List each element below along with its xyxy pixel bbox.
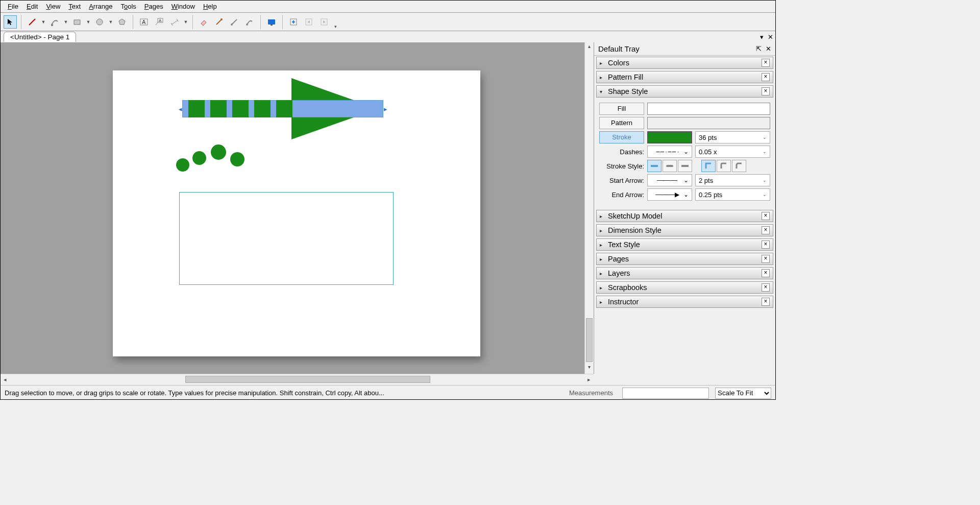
circle-tool-dropdown[interactable]: ▼	[108, 19, 113, 25]
select-tool[interactable]	[4, 15, 17, 29]
svg-point-15	[220, 18, 223, 20]
dimension-tool-dropdown[interactable]: ▼	[183, 19, 188, 25]
panel-close-icon[interactable]: ×	[762, 269, 770, 277]
circle-shape[interactable]	[176, 158, 189, 172]
panel-close-icon[interactable]: ×	[762, 226, 770, 234]
svg-rect-28	[651, 165, 658, 167]
selection-right-handle[interactable]: ▸	[383, 105, 388, 112]
menu-tools[interactable]: Tools	[116, 2, 140, 11]
join-round[interactable]	[717, 160, 731, 172]
svg-point-3	[96, 19, 103, 25]
panel-sketchup-model[interactable]: ▸SketchUp Model×	[596, 210, 773, 222]
panel-close-icon[interactable]: ×	[762, 241, 770, 249]
presentation-tool[interactable]	[265, 15, 278, 29]
circle-tool[interactable]	[93, 15, 106, 29]
menu-view[interactable]: View	[42, 2, 64, 11]
page-paper[interactable]: ◂ ▸ +	[113, 70, 480, 356]
eraser-tool[interactable]	[197, 15, 210, 29]
label-tool[interactable]: A	[153, 15, 166, 29]
start-arrow-select[interactable]: ―·―·―·⌄	[647, 174, 692, 186]
fill-swatch[interactable]	[647, 103, 770, 115]
panel-shape-style[interactable]: ▾Shape Style×	[596, 85, 773, 98]
panel-close-icon[interactable]: ×	[762, 255, 770, 263]
split-tool[interactable]	[228, 15, 241, 29]
fill-toggle[interactable]: Fill	[599, 103, 644, 115]
tab-menu-icon[interactable]: ▾	[760, 33, 764, 41]
menu-file[interactable]: File	[4, 2, 22, 11]
canvas-area[interactable]: ◂ ▸ + ▴ ▾	[1, 42, 594, 374]
circle-shape[interactable]	[211, 145, 226, 160]
rectangle-tool-dropdown[interactable]: ▼	[86, 19, 91, 25]
tray-close-icon[interactable]: ✕	[766, 45, 771, 53]
horizontal-scrollbar[interactable]: ◂ ▸	[1, 374, 594, 385]
join-bevel[interactable]	[732, 160, 746, 172]
svg-line-0	[29, 19, 35, 25]
scroll-thumb[interactable]	[185, 376, 430, 383]
menu-window[interactable]: Window	[167, 2, 199, 11]
measurements-input[interactable]	[622, 388, 709, 399]
line-tool-dropdown[interactable]: ▼	[41, 19, 46, 25]
tray-pin-icon[interactable]: ⇱	[756, 45, 762, 53]
cap-round[interactable]	[663, 160, 677, 172]
stroke-toggle[interactable]: Stroke	[599, 131, 644, 143]
selection-left-handle[interactable]: ◂	[178, 105, 183, 112]
default-tray: Default Tray ⇱ ✕ ▸Colors× ▸Pattern Fill×…	[594, 42, 775, 374]
panel-layers[interactable]: ▸Layers×	[596, 267, 773, 279]
join-tool[interactable]	[243, 15, 256, 29]
panel-scrapbooks[interactable]: ▸Scrapbooks×	[596, 281, 773, 294]
rectangle-shape[interactable]	[179, 192, 394, 285]
panel-pages[interactable]: ▸Pages×	[596, 253, 773, 265]
chevron-down-icon: ⌄	[763, 192, 767, 197]
panel-pattern-fill[interactable]: ▸Pattern Fill×	[596, 71, 773, 83]
scroll-left-icon[interactable]: ◂	[1, 376, 10, 383]
menu-pages[interactable]: Pages	[140, 2, 167, 11]
dashes-select[interactable]: ‒·‒ · ‒·‒ ·⌄	[647, 146, 692, 158]
panel-instructor[interactable]: ▸Instructor×	[596, 296, 773, 308]
line-tool[interactable]	[26, 15, 39, 29]
arc-tool[interactable]	[48, 15, 61, 29]
scroll-right-icon[interactable]: ▸	[584, 376, 594, 383]
cap-square[interactable]	[678, 160, 692, 172]
panel-text-style[interactable]: ▸Text Style×	[596, 238, 773, 251]
tray-title-bar[interactable]: Default Tray ⇱ ✕	[594, 42, 775, 56]
pattern-swatch[interactable]	[647, 117, 770, 129]
text-tool[interactable]: A	[137, 15, 151, 29]
rectangle-tool[interactable]	[70, 15, 84, 29]
end-arrow-size[interactable]: 0.25 pts⌄	[695, 188, 770, 201]
pattern-toggle[interactable]: Pattern	[599, 117, 644, 129]
dashes-scale-input[interactable]: 0.05 x⌄	[695, 146, 770, 158]
menu-text[interactable]: Text	[64, 2, 85, 11]
stroke-color-swatch[interactable]	[647, 131, 692, 143]
menu-arrange[interactable]: Arrange	[85, 2, 116, 11]
toolbar-overflow[interactable]: ▾	[333, 24, 338, 29]
panel-close-icon[interactable]: ×	[762, 73, 770, 81]
style-tool[interactable]	[212, 15, 226, 29]
circle-shape[interactable]	[230, 152, 244, 166]
menu-edit[interactable]: Edit	[22, 2, 42, 11]
end-arrow-select[interactable]: ―·―·―▶⌄	[647, 188, 692, 201]
circle-shape[interactable]	[192, 151, 206, 165]
previous-page-tool[interactable]	[302, 15, 315, 29]
vertical-scrollbar[interactable]: ▴ ▾	[584, 42, 594, 374]
status-hint: Drag selection to move, or drag grips to…	[5, 389, 384, 397]
stroke-width-input[interactable]: 36 pts⌄	[695, 131, 770, 143]
next-page-tool[interactable]	[317, 15, 331, 29]
arc-tool-dropdown[interactable]: ▼	[63, 19, 68, 25]
panel-close-icon[interactable]: ×	[762, 212, 770, 220]
panel-colors[interactable]: ▸Colors×	[596, 57, 773, 69]
start-arrow-size[interactable]: 2 pts⌄	[695, 174, 770, 186]
cap-flat[interactable]	[647, 160, 662, 172]
dimension-tool[interactable]	[168, 15, 181, 29]
zoom-select[interactable]: Scale To Fit	[715, 388, 771, 399]
menu-help[interactable]: Help	[199, 2, 221, 11]
add-page-tool[interactable]	[287, 15, 300, 29]
tab-close-icon[interactable]: ✕	[768, 33, 773, 41]
panel-close-icon[interactable]: ×	[762, 298, 770, 306]
panel-dimension-style[interactable]: ▸Dimension Style×	[596, 224, 773, 236]
panel-close-icon[interactable]: ×	[762, 87, 770, 95]
join-miter[interactable]	[701, 160, 716, 172]
document-tab[interactable]: <Untitled> - Page 1	[4, 32, 76, 42]
panel-close-icon[interactable]: ×	[762, 283, 770, 292]
panel-close-icon[interactable]: ×	[762, 59, 770, 67]
polygon-tool[interactable]	[115, 15, 129, 29]
